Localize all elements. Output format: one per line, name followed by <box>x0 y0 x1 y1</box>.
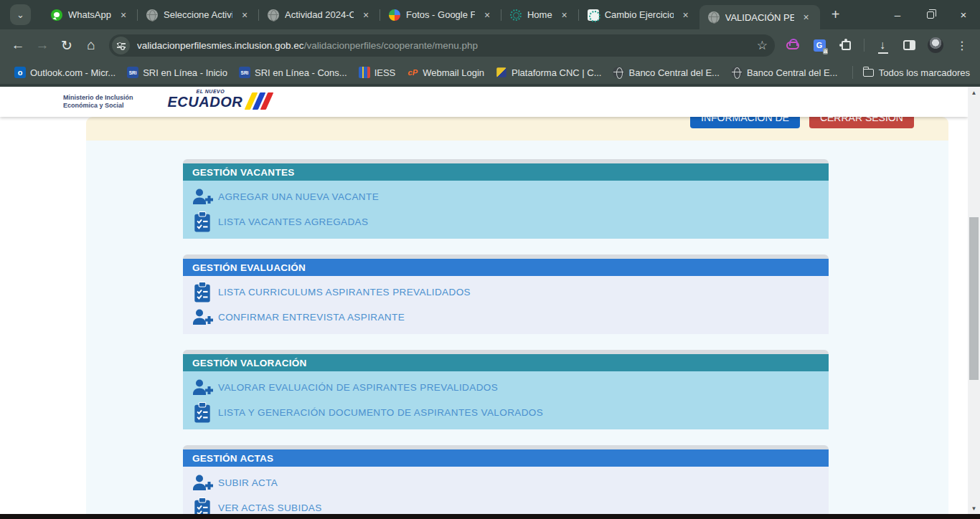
browser-tab[interactable]: Cambio Ejercicio× <box>579 0 699 29</box>
menu-item: VALORAR EVALUACIÓN DE ASPIRANTES PREVALI… <box>183 375 829 400</box>
browser-tab[interactable]: Fotos - Google F× <box>380 0 501 29</box>
tab-title: Actividad 2024-C <box>285 9 354 20</box>
google-translate-icon: G <box>814 39 826 52</box>
section-box: GESTIÓN ACTASSUBIR ACTAVER ACTAS SUBIDAS <box>183 445 829 514</box>
bookmark-label: Plataforma CNC | C... <box>512 67 601 78</box>
back-button[interactable]: ← <box>6 33 30 57</box>
globe-dark-icon <box>731 67 743 78</box>
taskbar-edge <box>0 514 980 519</box>
bookmark-label: SRI en Línea - Cons... <box>255 67 347 78</box>
address-bar[interactable]: validacionperfilesmies.inclusion.gob.ec/… <box>109 34 775 57</box>
tab-close-button[interactable]: × <box>481 9 494 22</box>
menu-item: LISTA CURRICULUMS ASPIRANTES PREVALIDADO… <box>183 280 829 305</box>
section-body: SUBIR ACTAVER ACTAS SUBIDAS <box>183 467 829 514</box>
tab-close-button[interactable]: × <box>238 9 251 22</box>
tab-title: Fotos - Google F <box>406 9 475 20</box>
home-button[interactable]: ⌂ <box>79 33 103 57</box>
profile-avatar[interactable] <box>925 34 946 56</box>
section-box: GESTIÓN VACANTESAGREGAR UNA NUEVA VACANT… <box>183 159 829 239</box>
download-icon: ↓ <box>880 39 885 52</box>
menu-link[interactable]: VALORAR EVALUACIÓN DE ASPIRANTES PREVALI… <box>218 382 498 393</box>
add-user-icon <box>192 472 213 494</box>
url-path: /validacionperfiles/cooperante/menu.php <box>304 40 478 51</box>
clipboard-checklist-icon <box>192 211 213 233</box>
tab-title: Home <box>527 9 552 20</box>
clipboard-checklist-icon <box>192 402 213 424</box>
bookmark-item[interactable]: Plataforma CNC | C... <box>490 65 607 80</box>
bookmark-item[interactable]: SRiSRI en Línea - Cons... <box>233 65 353 80</box>
section-body: AGREGAR UNA NUEVA VACANTELISTA VACANTES … <box>183 181 829 239</box>
main-panel: GESTIÓN VACANTESAGREGAR UNA NUEVA VACANT… <box>86 117 948 514</box>
bookmark-item[interactable]: Banco Central del E... <box>607 65 725 80</box>
bookmark-label: Webmail Login <box>423 67 484 78</box>
translate-icon[interactable]: G <box>809 34 830 56</box>
browser-tab[interactable]: VALIDACIÓN PE× <box>699 5 820 29</box>
extensions-puzzle-icon[interactable] <box>835 34 857 56</box>
close-button[interactable]: × <box>947 0 980 29</box>
clipboard-checklist-icon <box>192 497 213 515</box>
page-scrollbar[interactable]: ▲ ▼ <box>968 87 980 514</box>
reload-button[interactable]: ↻ <box>55 33 79 57</box>
browser-tab[interactable]: WhatsApp× <box>42 0 137 29</box>
bookmark-label: Banco Central del E... <box>628 67 719 78</box>
forward-button[interactable]: → <box>30 33 55 57</box>
menu-item: AGREGAR UNA NUEVA VACANTE <box>183 184 829 209</box>
tab-close-button[interactable]: × <box>800 11 813 24</box>
menu-link[interactable]: AGREGAR UNA NUEVA VACANTE <box>218 191 379 202</box>
tab-close-button[interactable]: × <box>117 9 130 22</box>
tabs-container: WhatsApp×Seleccione Activi×Actividad 202… <box>42 0 820 29</box>
browser-tab[interactable]: Seleccione Activi× <box>138 0 258 29</box>
tab-search-button[interactable]: ⌄ <box>10 4 31 25</box>
ministry-line2: Económica y Social <box>63 102 133 110</box>
cloud-extension-icon[interactable] <box>782 34 804 56</box>
bookmark-star-icon[interactable]: ☆ <box>757 38 768 53</box>
menu-link[interactable]: LISTA CURRICULUMS ASPIRANTES PREVALIDADO… <box>218 287 471 297</box>
browser-tab[interactable]: Actividad 2024-C× <box>259 0 380 29</box>
bookmark-item[interactable]: Banco Central del E... <box>725 65 843 80</box>
tune-icon <box>117 42 126 49</box>
url-domain: validacionperfilesmies.inclusion.gob.ec <box>137 40 304 51</box>
globe-favicon-icon <box>146 9 158 21</box>
section-header: GESTIÓN VACANTES <box>183 163 829 181</box>
bookmark-item[interactable]: IESS <box>353 65 402 80</box>
menu-link[interactable]: SUBIR ACTA <box>218 477 278 488</box>
whatsapp-favicon-icon <box>51 9 62 21</box>
scrollbar-thumb[interactable] <box>969 217 979 380</box>
all-bookmarks[interactable]: Todos los marcadores <box>852 66 980 79</box>
all-bookmarks-label: Todos los marcadores <box>879 67 970 78</box>
flag-stripes-icon <box>246 92 270 110</box>
menu-link[interactable]: VER ACTAS SUBIDAS <box>218 503 322 513</box>
side-panel-button[interactable] <box>898 34 920 56</box>
tab-title: VALIDACIÓN PE <box>725 12 794 23</box>
new-tab-button[interactable]: + <box>826 5 846 25</box>
scrollbar-up-arrow[interactable]: ▲ <box>968 87 980 98</box>
section-header: GESTIÓN ACTAS <box>183 449 829 467</box>
three-dots-icon: ⋮ <box>956 39 968 52</box>
menu-item: SUBIR ACTA <box>183 470 829 495</box>
scrollbar-down-arrow[interactable]: ▼ <box>968 503 980 514</box>
browser-toolbar: ← → ↻ ⌂ validacionperfilesmies.inclusion… <box>0 29 980 61</box>
ecuador-logo: EL NUEVO ECUADOR <box>168 93 270 110</box>
site-settings-icon[interactable] <box>112 37 130 54</box>
chrome-bottom-edge <box>0 84 980 87</box>
restore-button[interactable] <box>914 0 947 29</box>
menu-button[interactable]: ⋮ <box>951 34 973 56</box>
tab-close-button[interactable]: × <box>679 9 692 22</box>
bookmark-label: SRI en Línea - Inicio <box>143 67 227 78</box>
menu-link[interactable]: LISTA Y GENERACIÓN DOCUMENTO DE ASPIRANT… <box>218 407 543 418</box>
globe-dark-icon <box>613 67 624 78</box>
menu-link[interactable]: CONFIRMAR ENTREVISTA ASPIRANTE <box>218 312 405 323</box>
tab-title: Seleccione Activi <box>164 9 232 20</box>
minimize-button[interactable]: – <box>881 0 914 29</box>
bookmark-item[interactable]: SRiSRI en Línea - Inicio <box>121 65 233 80</box>
bookmark-item[interactable]: cPWebmail Login <box>401 65 490 80</box>
tab-close-button[interactable]: × <box>558 9 571 22</box>
tab-title: WhatsApp <box>68 9 111 20</box>
add-user-icon <box>192 307 213 328</box>
tab-strip: ⌄ WhatsApp×Seleccione Activi×Actividad 2… <box>0 0 980 29</box>
browser-tab[interactable]: Home× <box>501 0 578 29</box>
downloads-button[interactable]: ↓ <box>872 34 893 56</box>
menu-link[interactable]: LISTA VACANTES AGREGADAS <box>218 216 368 227</box>
bookmark-item[interactable]: oOutlook.com - Micr... <box>9 65 121 80</box>
tab-close-button[interactable]: × <box>359 9 372 22</box>
